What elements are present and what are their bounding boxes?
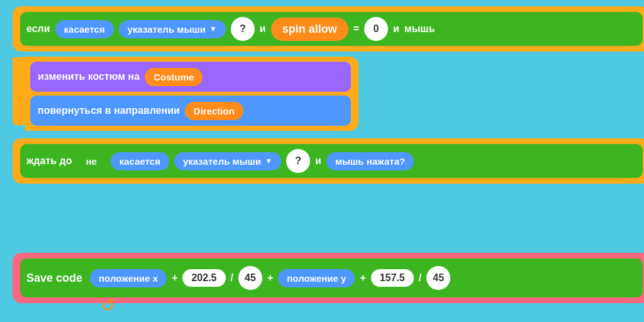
row1-inner: если касается указатель мыши ▼ ? и spin … [20,12,643,46]
label-and1: и [260,23,266,35]
label-mouse: мышь [404,23,435,35]
block-notch [13,57,25,125]
val-157: 157.5 [371,269,414,287]
touches-pill2[interactable]: касается [111,152,169,170]
spin-allow-block[interactable]: spin allow [271,18,348,41]
pos-x-pill[interactable]: положение x [90,269,167,287]
val-45b: 45 [426,266,450,290]
question-circle2: ? [286,149,310,173]
row4-inner: ждать до не касается указатель мыши ▼ ? … [20,144,643,178]
row23-outer: изменить костюм на Costume повернуться в… [25,57,358,131]
plus3: + [360,272,365,284]
label-and3: и [315,155,321,167]
plus2: + [267,272,273,284]
plus1: + [172,272,177,284]
row3-inner: повернуться в направлении Direction [30,96,351,126]
label-and2: и [393,23,399,35]
row2-inner: изменить костюм на Costume [30,62,351,92]
label-wait: ждать до [26,155,72,167]
touches-pill[interactable]: касается [55,20,114,38]
label-eq: = [353,23,359,35]
dropdown-arrow-icon: ▼ [209,25,217,33]
mouse-dropdown2[interactable]: указатель мыши ▼ [174,152,281,170]
val-45a: 45 [238,266,262,290]
zero-circle: 0 [364,17,388,41]
row5-inner: Save code положение x + 202.5 / 45 + пол… [20,258,643,297]
costume-val[interactable]: Costume [145,68,203,86]
direction-val[interactable]: Direction [185,102,243,120]
div2: / [419,272,421,284]
dropdown-arrow2-icon: ▼ [265,157,272,165]
not-hex: не [77,152,105,170]
row4-outer: ждать до не касается указатель мыши ▼ ? … [13,138,644,184]
label-turn-direction: повернуться в направлении [38,105,180,116]
label-change-costume: изменить костюм на [38,71,140,82]
pos-y-pill[interactable]: положение y [278,269,355,287]
label-if: если [26,23,50,35]
row1-outer: если касается указатель мыши ▼ ? и spin … [13,6,644,52]
val-202: 202.5 [182,269,225,287]
div1: / [231,272,233,284]
label-save-code: Save code [26,272,82,285]
mouse-dropdown[interactable]: указатель мыши ▼ [119,20,226,38]
question-circle: ? [231,17,255,41]
undo-arrow[interactable]: ↺ [101,295,115,316]
mouse-pressed-pill: мышь нажата? [326,152,414,170]
